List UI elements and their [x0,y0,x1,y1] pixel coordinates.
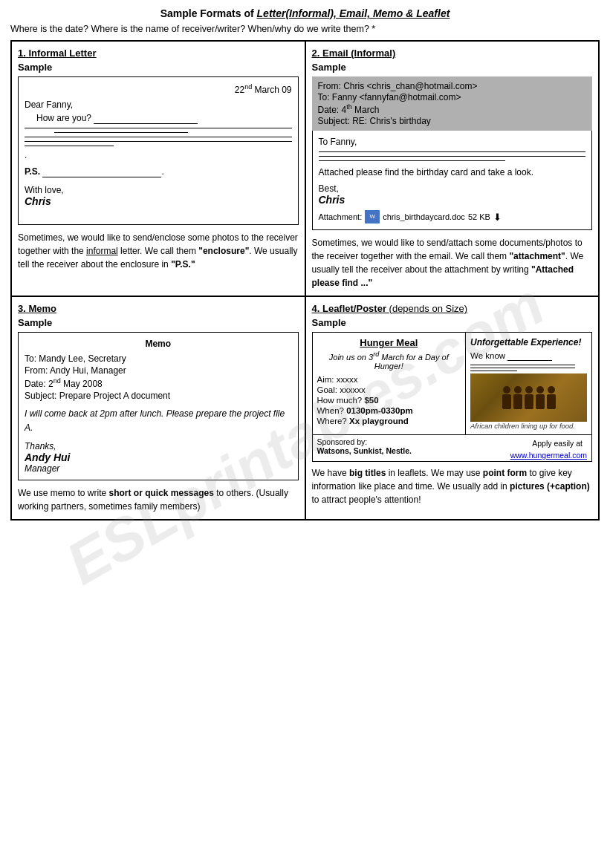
leaflet-how-much: How much? $50 [317,396,461,405]
letter-ps-label: P.S. [25,166,40,177]
download-icon: ⬇ [493,212,502,223]
letter-title: 1. Informal Letter [18,48,299,59]
email-body: To Fanny, Attached please find the birth… [312,131,593,230]
leaflet-cell: 4. Leaflet/Poster (depends on Size) Samp… [305,296,600,520]
memo-heading: Memo [25,339,292,349]
leaflet-left: Hunger Meal Join us on 3rd March for a D… [313,333,467,434]
leaflet-aim: Aim: xxxxx [317,375,461,384]
page-title: Sample Formats of Letter(Informal), Emai… [10,7,600,19]
attach-icon: W [365,210,380,223]
letter-description: Sometimes, we would like to send/enclose… [18,231,299,271]
memo-subject: Subject: Prepare Project A document [25,391,292,401]
letter-signature: Chris [25,195,292,207]
memo-box: Memo To: Mandy Lee, Secretary From: Andy… [18,332,299,480]
leaflet-when: When? 0130pm-0330pm [317,406,461,415]
email-greeting: To Fanny, [319,137,586,147]
memo-title: 3. Memo [18,303,299,314]
subtitle: Where is the date? Where is the name of … [10,24,600,34]
letter-closing: With love, [25,185,292,195]
apply-section: Apply easily at www.hungermeal.com [510,437,587,460]
email-title: 2. Email (Informal) [312,48,593,59]
email-attachment: Attachment: W chris_birthdaycard.doc 52 … [319,210,586,223]
letter-date: 22nd March 09 [25,83,292,95]
memo-role: Manager [25,463,292,474]
apply-link[interactable]: www.hungermeal.com [510,451,587,460]
email-to: To: Fanny <fannyfan@hotmail.com> [318,92,587,102]
leaflet-right-title: Unforgettable Experience! [470,337,587,347]
memo-signature: Andy Hui [25,451,292,463]
leaflet-photo [470,373,587,422]
letter-how-are-you: How are you? [36,113,292,124]
email-signature: Chris [319,194,586,206]
photo-caption: African children lining up for food. [470,422,587,430]
memo-description: We use memo to write short or quick mess… [18,486,299,513]
letter-sample-label: Sample [18,62,299,73]
sponsored-section: Sponsored by: Watsons, Sunkist, Nestle. [317,437,412,460]
leaflet-subtitle: Join us on 3rd March for a Day of Hunger… [317,350,461,371]
leaflet-goal: Goal: xxxxxx [317,385,461,394]
memo-date: Date: 2nd May 2008 [25,377,292,389]
email-header: From: Chris <chris_chan@hotmail.com> To:… [312,76,593,131]
memo-sample-label: Sample [18,317,299,328]
email-box: From: Chris <chris_chan@hotmail.com> To:… [312,76,593,230]
letter-greeting: Dear Fanny, [25,99,292,110]
letter-cell: 1. Informal Letter Sample 22nd March 09 … [11,41,305,296]
leaflet-title: 4. Leaflet/Poster (depends on Size) [312,303,593,314]
email-attached-text: Attached please find the birthday card a… [319,167,586,177]
memo-cell: 3. Memo Sample Memo To: Mandy Lee, Secre… [11,296,305,520]
leaflet-sample-label: Sample [312,317,593,328]
email-date: Date: 4th March [318,103,587,115]
email-description: Sometimes, we would like to send/attach … [312,236,593,290]
memo-closing: Thanks, [25,441,292,451]
email-cell: 2. Email (Informal) Sample From: Chris <… [305,41,600,296]
leaflet-where: Where? Xx playground [317,417,461,425]
memo-body: I will come back at 2pm after lunch. Ple… [25,407,292,435]
email-from: From: Chris <chris_chan@hotmail.com> [318,81,587,91]
leaflet-know-text: We know [470,351,587,361]
leaflet-right: Unforgettable Experience! We know [466,333,591,434]
email-subject: Subject: RE: Chris's birthday [318,116,587,126]
leaflet-description: We have big titles in leaflets. We may u… [312,466,593,506]
email-closing: Best, [319,183,586,194]
email-sample-label: Sample [312,62,593,73]
memo-from: From: Andy Hui, Manager [25,365,292,376]
leaflet-poster-title: Hunger Meal [317,337,461,348]
leaflet-box: Hunger Meal Join us on 3rd March for a D… [312,332,593,462]
memo-to: To: Mandy Lee, Secretary [25,353,292,364]
letter-box: 22nd March 09 Dear Fanny, How are you? .… [18,76,299,225]
